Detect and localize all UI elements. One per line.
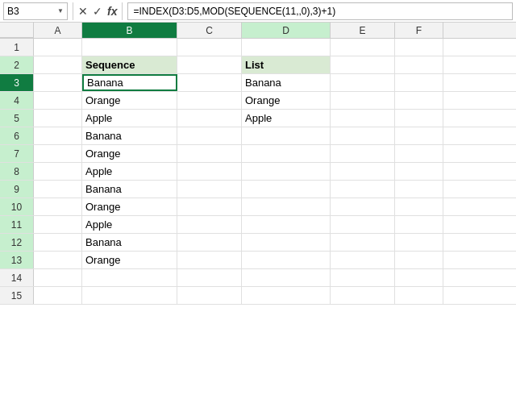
- cell-a11[interactable]: [34, 216, 82, 233]
- cell-f12[interactable]: [395, 234, 443, 251]
- col-header-a[interactable]: A: [34, 23, 82, 38]
- row-header-13[interactable]: 13: [0, 252, 34, 268]
- cell-b10[interactable]: Orange: [82, 198, 177, 215]
- cell-f5[interactable]: [395, 110, 443, 127]
- cell-a2[interactable]: [34, 56, 82, 73]
- cell-e11[interactable]: [331, 216, 395, 233]
- cell-c8[interactable]: [177, 163, 242, 180]
- cell-a14[interactable]: [34, 269, 82, 286]
- cell-e3[interactable]: [331, 74, 395, 91]
- col-header-d[interactable]: D: [242, 23, 331, 38]
- cell-b2[interactable]: Sequence: [82, 56, 177, 73]
- cell-d9[interactable]: [242, 181, 331, 198]
- cell-f4[interactable]: [395, 92, 443, 109]
- cell-b5[interactable]: Apple: [82, 110, 177, 127]
- cell-b7[interactable]: Orange: [82, 145, 177, 162]
- row-header-10[interactable]: 10: [0, 198, 34, 215]
- cell-c7[interactable]: [177, 145, 242, 162]
- row-header-2[interactable]: 2: [0, 56, 34, 73]
- cell-b14[interactable]: [82, 269, 177, 286]
- name-box[interactable]: B3 ▼: [3, 2, 68, 20]
- col-header-c[interactable]: C: [177, 23, 242, 38]
- cell-b8[interactable]: Apple: [82, 163, 177, 180]
- cell-a4[interactable]: [34, 92, 82, 109]
- cell-f3[interactable]: [395, 74, 443, 91]
- confirm-icon[interactable]: ✓: [93, 5, 102, 18]
- cell-e9[interactable]: [331, 181, 395, 198]
- cell-a1[interactable]: [34, 39, 82, 56]
- cell-c10[interactable]: [177, 198, 242, 215]
- cell-e5[interactable]: [331, 110, 395, 127]
- cell-b3[interactable]: Banana: [82, 74, 177, 91]
- cell-d5[interactable]: Apple: [242, 110, 331, 127]
- cell-a15[interactable]: [34, 287, 82, 304]
- row-header-14[interactable]: 14: [0, 269, 34, 286]
- cell-d8[interactable]: [242, 163, 331, 180]
- cell-d1[interactable]: [242, 39, 331, 56]
- cell-c6[interactable]: [177, 127, 242, 144]
- cell-c12[interactable]: [177, 234, 242, 251]
- col-header-f[interactable]: F: [395, 23, 443, 38]
- cell-f11[interactable]: [395, 216, 443, 233]
- cell-e7[interactable]: [331, 145, 395, 162]
- cell-c9[interactable]: [177, 181, 242, 198]
- cell-a3[interactable]: [34, 74, 82, 91]
- col-header-b[interactable]: B: [82, 23, 177, 38]
- row-header-12[interactable]: 12: [0, 234, 34, 251]
- cell-e13[interactable]: [331, 252, 395, 268]
- cell-c11[interactable]: [177, 216, 242, 233]
- formula-input[interactable]: =INDEX(D3:D5,MOD(SEQUENCE(11,,0),3)+1): [127, 2, 513, 20]
- cell-d11[interactable]: [242, 216, 331, 233]
- cell-a7[interactable]: [34, 145, 82, 162]
- cell-a5[interactable]: [34, 110, 82, 127]
- row-header-1[interactable]: 1: [0, 39, 34, 56]
- cell-b12[interactable]: Banana: [82, 234, 177, 251]
- cell-d7[interactable]: [242, 145, 331, 162]
- cell-d3[interactable]: Banana: [242, 74, 331, 91]
- cell-a9[interactable]: [34, 181, 82, 198]
- cell-c2[interactable]: [177, 56, 242, 73]
- cell-c5[interactable]: [177, 110, 242, 127]
- row-header-15[interactable]: 15: [0, 287, 34, 304]
- col-header-e[interactable]: E: [331, 23, 395, 38]
- cell-f15[interactable]: [395, 287, 443, 304]
- cell-f2[interactable]: [395, 56, 443, 73]
- cell-b9[interactable]: Banana: [82, 181, 177, 198]
- cell-c15[interactable]: [177, 287, 242, 304]
- cell-a12[interactable]: [34, 234, 82, 251]
- row-header-11[interactable]: 11: [0, 216, 34, 233]
- cell-e15[interactable]: [331, 287, 395, 304]
- cell-e14[interactable]: [331, 269, 395, 286]
- row-header-8[interactable]: 8: [0, 163, 34, 180]
- cell-c13[interactable]: [177, 252, 242, 268]
- cell-b15[interactable]: [82, 287, 177, 304]
- cell-f1[interactable]: [395, 39, 443, 56]
- cell-d13[interactable]: [242, 252, 331, 268]
- cell-e4[interactable]: [331, 92, 395, 109]
- cell-a13[interactable]: [34, 252, 82, 268]
- cell-e1[interactable]: [331, 39, 395, 56]
- cell-f10[interactable]: [395, 198, 443, 215]
- cell-e2[interactable]: [331, 56, 395, 73]
- cell-a8[interactable]: [34, 163, 82, 180]
- cell-c14[interactable]: [177, 269, 242, 286]
- function-icon[interactable]: fx: [107, 5, 117, 18]
- cell-d15[interactable]: [242, 287, 331, 304]
- cell-a6[interactable]: [34, 127, 82, 144]
- cancel-icon[interactable]: ✕: [78, 5, 88, 18]
- cell-e12[interactable]: [331, 234, 395, 251]
- cell-e6[interactable]: [331, 127, 395, 144]
- cell-b1[interactable]: [82, 39, 177, 56]
- cell-f8[interactable]: [395, 163, 443, 180]
- cell-d2[interactable]: List: [242, 56, 331, 73]
- cell-b4[interactable]: Orange: [82, 92, 177, 109]
- cell-f14[interactable]: [395, 269, 443, 286]
- cell-c1[interactable]: [177, 39, 242, 56]
- cell-c4[interactable]: [177, 92, 242, 109]
- cell-d4[interactable]: Orange: [242, 92, 331, 109]
- cell-f6[interactable]: [395, 127, 443, 144]
- row-header-5[interactable]: 5: [0, 110, 34, 127]
- cell-a10[interactable]: [34, 198, 82, 215]
- row-header-6[interactable]: 6: [0, 127, 34, 144]
- cell-e8[interactable]: [331, 163, 395, 180]
